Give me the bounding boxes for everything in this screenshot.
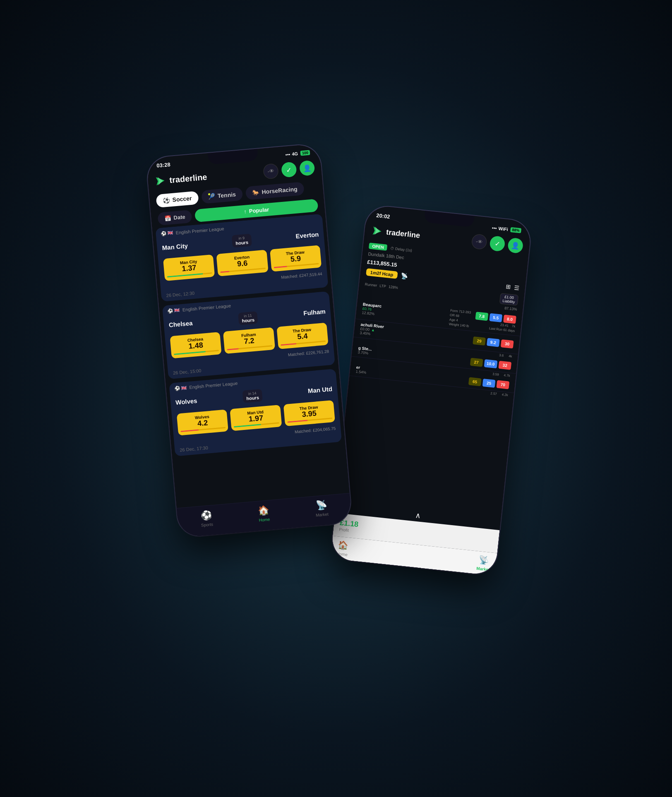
arrow-up-icon: ↑ [244, 208, 247, 215]
globe-icon-0: ⚽ [161, 230, 167, 236]
nav-market[interactable]: 📡 Market [314, 499, 329, 518]
open-badge: OPEN [369, 242, 388, 251]
odds-red-2[interactable]: 32 [498, 361, 511, 370]
odds-value-2-1: 4.2 [197, 419, 208, 428]
odds-red-1[interactable]: 30 [501, 339, 514, 348]
league-name-1: English Premier League [182, 303, 231, 312]
odds-btn-0-2[interactable]: Everton 9.6 [216, 250, 269, 276]
liability-box: £1.00 Liability [499, 293, 518, 305]
logo-icon-2 [371, 225, 384, 238]
match-time-2: in 14 hours [242, 389, 263, 403]
match-card-2[interactable]: ⚽ 🇬🇧 English Premier League Wolves in 14… [169, 369, 342, 456]
header-actions-2: -👁 ✓ 👤 [471, 233, 523, 254]
team1-name-1: Chelsea [168, 319, 193, 329]
nav-market-2[interactable]: 📡 Market [476, 555, 491, 572]
odds-blue-2[interactable]: 10.0 [484, 359, 497, 368]
market-nav-icon: 📡 [315, 499, 327, 511]
odds-btn-2-2[interactable]: Man Utd 1.97 [230, 405, 282, 431]
horses-list: Beauparc £0.76 12.82% Form 712-393 OR 68… [336, 296, 523, 518]
date-filter-btn[interactable]: 📅 Date [157, 210, 192, 226]
odds-blue-3[interactable]: 25 [482, 379, 496, 388]
market-icon-2: 📡 [478, 555, 490, 565]
phone-left: 03:28 ▪▪▪ 4G 100 traderline [146, 143, 353, 538]
match-time-0: in 9 hours [232, 234, 252, 248]
uk-flag-0: 🇬🇧 [167, 230, 173, 236]
odds-value-1-3: 5.4 [297, 332, 308, 341]
odds-value-1-2: 7.2 [244, 337, 255, 346]
time-display-2: 20:02 [376, 212, 391, 220]
team1-name-2: Wolves [175, 397, 198, 406]
bars-icon[interactable]: ⊞ [505, 283, 511, 290]
check-btn-2[interactable]: ✓ [489, 235, 506, 252]
logo-text-1: traderline [169, 172, 207, 185]
runner-label: Runner [365, 282, 377, 288]
team2-name-2: Man Utd [307, 385, 332, 394]
odds-value-0-3: 5.9 [290, 254, 301, 264]
odds-btn-2-3[interactable]: The Draw 3.95 [283, 400, 335, 426]
matches-list: ⚽ 🇬🇧 English Premier League Man City in … [152, 214, 350, 508]
odds-blue-0[interactable]: 5.5 [489, 313, 502, 322]
nav-sports[interactable]: ⚽ Sports [200, 509, 213, 527]
battery-badge-2: 88% [510, 227, 521, 233]
globe-icon-2: ⚽ [174, 386, 180, 391]
odds-value-0-1: 1.37 [182, 264, 197, 273]
nav-home-2[interactable]: 🏠 Home [336, 540, 349, 557]
logo-2: traderline [371, 225, 420, 241]
signal-icon-2: ▪▪▪ [492, 225, 497, 230]
logo-1: traderline [154, 171, 207, 187]
tab-horseracing[interactable]: 🐎 HorseRacing [245, 182, 305, 200]
battery-badge: 100 [300, 150, 310, 156]
odds-red-3[interactable]: 70 [496, 380, 509, 389]
phone-right: 20:02 ▪▪▪ WiFi 88% traderline [330, 204, 532, 576]
odds-btn-1-2[interactable]: Fulham 7.2 [223, 327, 275, 354]
horse-icon: 🐎 [252, 189, 259, 196]
audio-icon[interactable]: 📡 [400, 272, 408, 280]
odds-btn-1-3[interactable]: The Draw 5.4 [276, 322, 329, 349]
user-btn-1[interactable]: 👤 [299, 160, 315, 176]
ltp-label: LTP [379, 284, 386, 289]
odds-red-0[interactable]: 8.0 [503, 314, 516, 324]
uk-flag-2: 🇬🇧 [181, 385, 187, 391]
match-time-1: in 11 hours [238, 311, 258, 325]
odds-btn-2-1[interactable]: Wolves 4.2 [177, 409, 229, 436]
pct-ltp: 128% [388, 285, 398, 290]
signal-icon: ▪▪▪ [285, 151, 290, 157]
tab-soccer[interactable]: ⚽ Soccer [156, 191, 199, 208]
chevron-up-icon[interactable]: ∧ [415, 511, 421, 520]
home-icon-2: 🏠 [337, 540, 348, 551]
league-name-0: English Premier League [175, 226, 224, 235]
odds-green-2[interactable]: 27 [470, 358, 483, 367]
odds-value-1-1: 1.48 [188, 341, 204, 351]
nav-home[interactable]: 🏠 Home [257, 504, 270, 522]
team1-name-0: Man City [162, 242, 188, 251]
team2-name-0: Everton [295, 230, 319, 240]
odds-value-0-2: 9.6 [237, 259, 248, 269]
check-btn-1[interactable]: ✓ [281, 162, 297, 178]
odds-value-2-2: 1.97 [248, 414, 264, 423]
odds-btn-1-1[interactable]: Chelsea 1.48 [170, 332, 222, 358]
match-card-1[interactable]: ⚽ 🇬🇧 English Premier League Chelsea in 1… [162, 291, 335, 379]
market-name: 1m2f Hcap [366, 268, 398, 279]
user-btn-2[interactable]: 👤 [507, 238, 524, 254]
odds-btn-0-1[interactable]: Man City 1.37 [163, 254, 215, 281]
delay-badge: ⏱ Delay (1s) [390, 246, 412, 252]
team2-name-1: Fulham [303, 308, 326, 317]
calendar-icon: 📅 [164, 215, 171, 221]
minus-eye-btn-2[interactable]: -👁 [471, 233, 487, 250]
tennis-icon: 🎾 [208, 193, 215, 200]
sports-nav-icon: ⚽ [200, 510, 212, 521]
odds-blue-1[interactable]: 9.2 [487, 338, 500, 347]
time-display: 03:28 [156, 161, 170, 169]
odds-btn-0-3[interactable]: The Draw 5.9 [270, 245, 322, 271]
odds-green-1[interactable]: 29 [473, 336, 486, 346]
logo-icon-1 [154, 175, 166, 187]
soccer-icon: ⚽ [163, 197, 170, 204]
match-card-0[interactable]: ⚽ 🇬🇧 English Premier League Man City in … [155, 214, 328, 301]
odds-green-3[interactable]: 65 [468, 377, 482, 386]
odds-value-2-3: 3.95 [302, 409, 317, 419]
network-label: 4G [292, 151, 298, 156]
minus-eye-btn[interactable]: -👁 [263, 163, 279, 179]
odds-green-0[interactable]: 7.8 [475, 312, 488, 321]
menu-icon[interactable]: ☰ [514, 284, 520, 291]
tab-tennis[interactable]: 🎾 Tennis [201, 187, 243, 204]
